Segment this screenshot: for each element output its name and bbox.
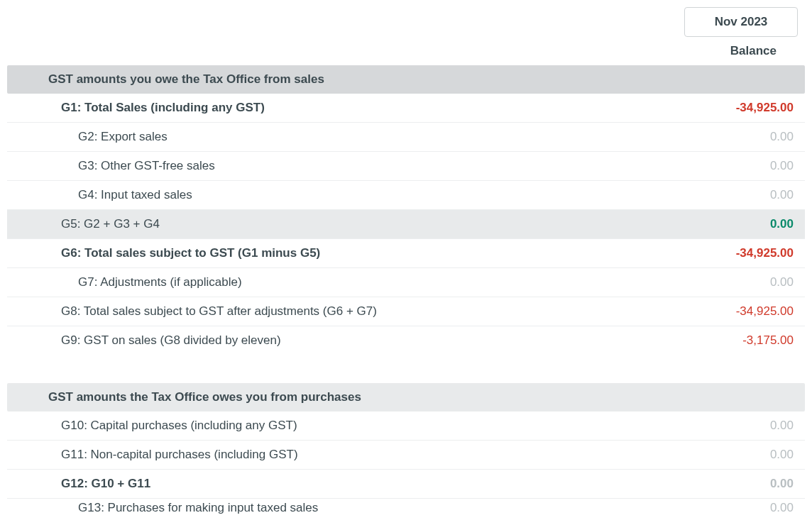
section1-header: GST amounts you owe the Tax Office from … xyxy=(7,65,805,94)
header-row: Nov 2023 xyxy=(7,7,805,37)
row-g9-label: G9: GST on sales (G8 divided by eleven) xyxy=(61,333,698,348)
balance-label: Balance xyxy=(730,44,777,58)
row-g10-value: 0.00 xyxy=(698,419,798,433)
row-g1: G1: Total Sales (including any GST) -34,… xyxy=(7,94,805,123)
row-g9: G9: GST on sales (G8 divided by eleven) … xyxy=(7,326,805,355)
row-g3-label: G3: Other GST-free sales xyxy=(78,159,698,173)
row-g2-label: G2: Export sales xyxy=(78,130,698,144)
row-g8-value: -34,925.00 xyxy=(698,304,798,319)
row-g5-label: G5: G2 + G3 + G4 xyxy=(61,217,698,231)
period-selector[interactable]: Nov 2023 xyxy=(684,7,798,37)
row-g6-label: G6: Total sales subject to GST (G1 minus… xyxy=(61,246,698,260)
row-g12: G12: G10 + G11 0.00 xyxy=(7,470,805,499)
row-g4-value: 0.00 xyxy=(698,188,798,202)
row-g10: G10: Capital purchases (including any GS… xyxy=(7,411,805,441)
row-g6: G6: Total sales subject to GST (G1 minus… xyxy=(7,239,805,268)
row-g7-label: G7: Adjustments (if applicable) xyxy=(78,275,698,289)
row-g13-label: G13: Purchases for making input taxed sa… xyxy=(78,501,698,515)
row-g8: G8: Total sales subject to GST after adj… xyxy=(7,297,805,326)
row-g9-value: -3,175.00 xyxy=(698,333,798,348)
row-g12-value: 0.00 xyxy=(698,477,798,491)
row-g7-value: 0.00 xyxy=(698,275,798,289)
balance-header-row: Balance xyxy=(7,37,805,65)
row-g11-label: G11: Non-capital purchases (including GS… xyxy=(61,448,698,462)
row-g6-value: -34,925.00 xyxy=(698,246,798,260)
report-container: Nov 2023 Balance GST amounts you owe the… xyxy=(0,0,812,524)
row-g13: G13: Purchases for making input taxed sa… xyxy=(7,499,805,516)
row-g5-value: 0.00 xyxy=(698,217,798,231)
row-g12-label: G12: G10 + G11 xyxy=(61,477,698,491)
row-g11-value: 0.00 xyxy=(698,448,798,462)
row-g5: G5: G2 + G3 + G4 0.00 xyxy=(7,210,805,239)
row-g2-value: 0.00 xyxy=(698,130,798,144)
section2-header: GST amounts the Tax Office owes you from… xyxy=(7,383,805,411)
row-g10-label: G10: Capital purchases (including any GS… xyxy=(61,419,698,433)
row-g11: G11: Non-capital purchases (including GS… xyxy=(7,441,805,470)
row-g4-label: G4: Input taxed sales xyxy=(78,188,698,202)
row-g1-value: -34,925.00 xyxy=(698,101,798,115)
row-g1-label: G1: Total Sales (including any GST) xyxy=(61,101,698,115)
row-g4: G4: Input taxed sales 0.00 xyxy=(7,181,805,210)
row-g3: G3: Other GST-free sales 0.00 xyxy=(7,152,805,181)
row-g2: G2: Export sales 0.00 xyxy=(7,123,805,152)
section-gap xyxy=(7,355,805,383)
row-g3-value: 0.00 xyxy=(698,159,798,173)
row-g13-value: 0.00 xyxy=(698,501,798,515)
row-g8-label: G8: Total sales subject to GST after adj… xyxy=(61,304,698,319)
row-g7: G7: Adjustments (if applicable) 0.00 xyxy=(7,268,805,297)
